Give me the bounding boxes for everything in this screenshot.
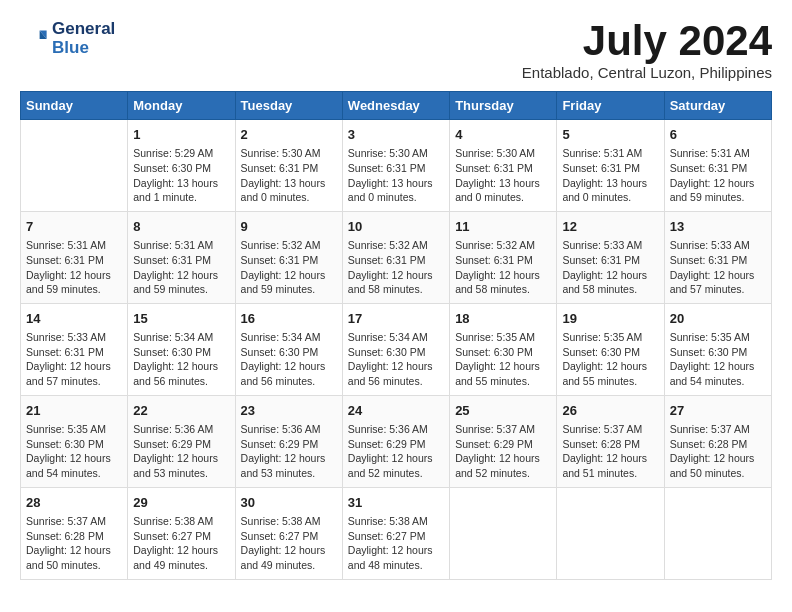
calendar-cell: 14Sunrise: 5:33 AM Sunset: 6:31 PM Dayli… xyxy=(21,303,128,395)
calendar-cell: 20Sunrise: 5:35 AM Sunset: 6:30 PM Dayli… xyxy=(664,303,771,395)
logo-line2: Blue xyxy=(52,39,115,58)
calendar-cell: 4Sunrise: 5:30 AM Sunset: 6:31 PM Daylig… xyxy=(450,120,557,212)
day-info: Sunrise: 5:35 AM Sunset: 6:30 PM Dayligh… xyxy=(562,330,658,389)
day-info: Sunrise: 5:33 AM Sunset: 6:31 PM Dayligh… xyxy=(670,238,766,297)
day-number: 2 xyxy=(241,126,337,144)
day-number: 29 xyxy=(133,494,229,512)
calendar-table: SundayMondayTuesdayWednesdayThursdayFrid… xyxy=(20,91,772,580)
day-number: 20 xyxy=(670,310,766,328)
day-info: Sunrise: 5:38 AM Sunset: 6:27 PM Dayligh… xyxy=(241,514,337,573)
day-number: 25 xyxy=(455,402,551,420)
day-number: 7 xyxy=(26,218,122,236)
day-number: 21 xyxy=(26,402,122,420)
calendar-cell: 21Sunrise: 5:35 AM Sunset: 6:30 PM Dayli… xyxy=(21,395,128,487)
day-info: Sunrise: 5:32 AM Sunset: 6:31 PM Dayligh… xyxy=(455,238,551,297)
page-header: General Blue July 2024 Entablado, Centra… xyxy=(20,20,772,81)
week-row-4: 21Sunrise: 5:35 AM Sunset: 6:30 PM Dayli… xyxy=(21,395,772,487)
week-row-3: 14Sunrise: 5:33 AM Sunset: 6:31 PM Dayli… xyxy=(21,303,772,395)
day-number: 15 xyxy=(133,310,229,328)
day-number: 14 xyxy=(26,310,122,328)
day-info: Sunrise: 5:37 AM Sunset: 6:29 PM Dayligh… xyxy=(455,422,551,481)
calendar-cell xyxy=(450,487,557,579)
day-number: 17 xyxy=(348,310,444,328)
day-number: 11 xyxy=(455,218,551,236)
calendar-cell: 17Sunrise: 5:34 AM Sunset: 6:30 PM Dayli… xyxy=(342,303,449,395)
day-number: 18 xyxy=(455,310,551,328)
title-block: July 2024 Entablado, Central Luzon, Phil… xyxy=(522,20,772,81)
day-info: Sunrise: 5:35 AM Sunset: 6:30 PM Dayligh… xyxy=(670,330,766,389)
day-number: 19 xyxy=(562,310,658,328)
day-info: Sunrise: 5:36 AM Sunset: 6:29 PM Dayligh… xyxy=(348,422,444,481)
day-info: Sunrise: 5:37 AM Sunset: 6:28 PM Dayligh… xyxy=(670,422,766,481)
day-info: Sunrise: 5:34 AM Sunset: 6:30 PM Dayligh… xyxy=(348,330,444,389)
location-subtitle: Entablado, Central Luzon, Philippines xyxy=(522,64,772,81)
calendar-cell: 2Sunrise: 5:30 AM Sunset: 6:31 PM Daylig… xyxy=(235,120,342,212)
calendar-cell: 10Sunrise: 5:32 AM Sunset: 6:31 PM Dayli… xyxy=(342,211,449,303)
day-info: Sunrise: 5:35 AM Sunset: 6:30 PM Dayligh… xyxy=(455,330,551,389)
day-number: 6 xyxy=(670,126,766,144)
calendar-cell: 3Sunrise: 5:30 AM Sunset: 6:31 PM Daylig… xyxy=(342,120,449,212)
day-info: Sunrise: 5:31 AM Sunset: 6:31 PM Dayligh… xyxy=(133,238,229,297)
day-info: Sunrise: 5:34 AM Sunset: 6:30 PM Dayligh… xyxy=(133,330,229,389)
day-number: 8 xyxy=(133,218,229,236)
day-info: Sunrise: 5:37 AM Sunset: 6:28 PM Dayligh… xyxy=(26,514,122,573)
day-info: Sunrise: 5:31 AM Sunset: 6:31 PM Dayligh… xyxy=(26,238,122,297)
calendar-cell: 6Sunrise: 5:31 AM Sunset: 6:31 PM Daylig… xyxy=(664,120,771,212)
month-title: July 2024 xyxy=(522,20,772,62)
day-number: 27 xyxy=(670,402,766,420)
calendar-cell: 23Sunrise: 5:36 AM Sunset: 6:29 PM Dayli… xyxy=(235,395,342,487)
header-row: SundayMondayTuesdayWednesdayThursdayFrid… xyxy=(21,92,772,120)
day-info: Sunrise: 5:31 AM Sunset: 6:31 PM Dayligh… xyxy=(670,146,766,205)
header-day-wednesday: Wednesday xyxy=(342,92,449,120)
day-info: Sunrise: 5:33 AM Sunset: 6:31 PM Dayligh… xyxy=(562,238,658,297)
calendar-cell: 11Sunrise: 5:32 AM Sunset: 6:31 PM Dayli… xyxy=(450,211,557,303)
calendar-cell: 28Sunrise: 5:37 AM Sunset: 6:28 PM Dayli… xyxy=(21,487,128,579)
header-day-saturday: Saturday xyxy=(664,92,771,120)
day-number: 13 xyxy=(670,218,766,236)
header-day-tuesday: Tuesday xyxy=(235,92,342,120)
day-number: 4 xyxy=(455,126,551,144)
day-info: Sunrise: 5:30 AM Sunset: 6:31 PM Dayligh… xyxy=(348,146,444,205)
day-number: 30 xyxy=(241,494,337,512)
logo-line1: General xyxy=(52,20,115,39)
day-number: 31 xyxy=(348,494,444,512)
header-day-thursday: Thursday xyxy=(450,92,557,120)
day-info: Sunrise: 5:29 AM Sunset: 6:30 PM Dayligh… xyxy=(133,146,229,205)
day-number: 24 xyxy=(348,402,444,420)
day-info: Sunrise: 5:38 AM Sunset: 6:27 PM Dayligh… xyxy=(133,514,229,573)
day-info: Sunrise: 5:38 AM Sunset: 6:27 PM Dayligh… xyxy=(348,514,444,573)
day-number: 5 xyxy=(562,126,658,144)
day-number: 9 xyxy=(241,218,337,236)
week-row-1: 1Sunrise: 5:29 AM Sunset: 6:30 PM Daylig… xyxy=(21,120,772,212)
calendar-cell: 8Sunrise: 5:31 AM Sunset: 6:31 PM Daylig… xyxy=(128,211,235,303)
day-number: 1 xyxy=(133,126,229,144)
day-info: Sunrise: 5:31 AM Sunset: 6:31 PM Dayligh… xyxy=(562,146,658,205)
week-row-2: 7Sunrise: 5:31 AM Sunset: 6:31 PM Daylig… xyxy=(21,211,772,303)
calendar-cell: 22Sunrise: 5:36 AM Sunset: 6:29 PM Dayli… xyxy=(128,395,235,487)
day-info: Sunrise: 5:37 AM Sunset: 6:28 PM Dayligh… xyxy=(562,422,658,481)
week-row-5: 28Sunrise: 5:37 AM Sunset: 6:28 PM Dayli… xyxy=(21,487,772,579)
calendar-cell: 1Sunrise: 5:29 AM Sunset: 6:30 PM Daylig… xyxy=(128,120,235,212)
day-info: Sunrise: 5:36 AM Sunset: 6:29 PM Dayligh… xyxy=(241,422,337,481)
calendar-cell: 18Sunrise: 5:35 AM Sunset: 6:30 PM Dayli… xyxy=(450,303,557,395)
calendar-cell xyxy=(557,487,664,579)
calendar-cell: 13Sunrise: 5:33 AM Sunset: 6:31 PM Dayli… xyxy=(664,211,771,303)
day-info: Sunrise: 5:33 AM Sunset: 6:31 PM Dayligh… xyxy=(26,330,122,389)
header-day-friday: Friday xyxy=(557,92,664,120)
calendar-cell: 31Sunrise: 5:38 AM Sunset: 6:27 PM Dayli… xyxy=(342,487,449,579)
calendar-cell: 16Sunrise: 5:34 AM Sunset: 6:30 PM Dayli… xyxy=(235,303,342,395)
day-number: 23 xyxy=(241,402,337,420)
calendar-cell: 19Sunrise: 5:35 AM Sunset: 6:30 PM Dayli… xyxy=(557,303,664,395)
day-number: 28 xyxy=(26,494,122,512)
calendar-cell: 30Sunrise: 5:38 AM Sunset: 6:27 PM Dayli… xyxy=(235,487,342,579)
calendar-cell: 24Sunrise: 5:36 AM Sunset: 6:29 PM Dayli… xyxy=(342,395,449,487)
logo-icon xyxy=(20,25,48,53)
calendar-cell: 29Sunrise: 5:38 AM Sunset: 6:27 PM Dayli… xyxy=(128,487,235,579)
day-info: Sunrise: 5:32 AM Sunset: 6:31 PM Dayligh… xyxy=(241,238,337,297)
day-number: 10 xyxy=(348,218,444,236)
calendar-cell: 15Sunrise: 5:34 AM Sunset: 6:30 PM Dayli… xyxy=(128,303,235,395)
calendar-body: 1Sunrise: 5:29 AM Sunset: 6:30 PM Daylig… xyxy=(21,120,772,580)
calendar-cell: 26Sunrise: 5:37 AM Sunset: 6:28 PM Dayli… xyxy=(557,395,664,487)
day-number: 16 xyxy=(241,310,337,328)
day-info: Sunrise: 5:30 AM Sunset: 6:31 PM Dayligh… xyxy=(455,146,551,205)
